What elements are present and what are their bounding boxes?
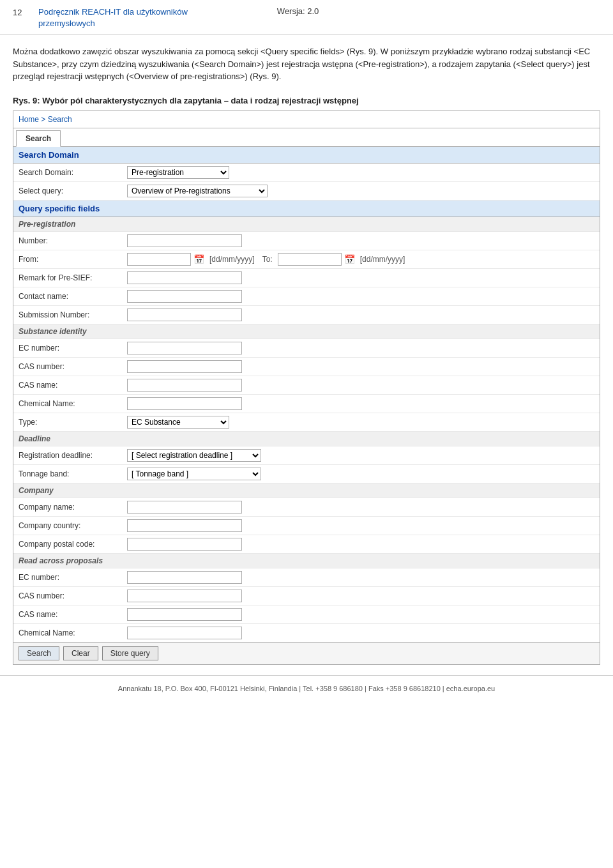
rap-cas-name-input[interactable] bbox=[127, 608, 242, 621]
cas-number-input[interactable] bbox=[127, 360, 242, 373]
page-number: 12 bbox=[13, 6, 26, 17]
substance-identity-label: Substance identity bbox=[13, 324, 600, 339]
rap-chemical-name-row: Chemical Name: bbox=[13, 624, 600, 642]
company-country-input[interactable] bbox=[127, 519, 242, 532]
calendar-from-icon[interactable]: 📅 bbox=[193, 254, 204, 264]
type-control: EC Substance bbox=[127, 416, 594, 429]
search-domain-control: Pre-registration bbox=[127, 166, 594, 179]
search-domain-select[interactable]: Pre-registration bbox=[127, 166, 229, 179]
calendar-to-icon[interactable]: 📅 bbox=[344, 254, 355, 264]
ec-number-row: EC number: bbox=[13, 339, 600, 358]
rap-chemical-name-input[interactable] bbox=[127, 627, 242, 639]
from-row: From: 📅 [dd/mm/yyyy] To: 📅 [dd/mm/yyyy] bbox=[13, 250, 600, 269]
pre-registration-subsection-label: Pre-registration bbox=[13, 217, 600, 232]
select-query-select[interactable]: Overview of Pre-registrations bbox=[127, 185, 268, 197]
select-query-label: Select query: bbox=[19, 187, 127, 195]
figure-caption: Rys. 9: Wybór pól charakterystycznych dl… bbox=[13, 96, 600, 105]
cas-name-input[interactable] bbox=[127, 379, 242, 392]
rap-ec-number-input[interactable] bbox=[127, 571, 242, 584]
company-name-control bbox=[127, 501, 594, 514]
cas-name-label: CAS name: bbox=[19, 381, 127, 390]
from-label: From: bbox=[19, 255, 127, 264]
cas-name-row: CAS name: bbox=[13, 376, 600, 395]
rap-cas-number-row: CAS number: bbox=[13, 587, 600, 605]
buttons-row: Search Clear Store query bbox=[13, 642, 600, 664]
company-name-label: Company name: bbox=[19, 503, 127, 512]
chemical-name-row: Chemical Name: bbox=[13, 395, 600, 413]
tonnage-band-row: Tonnage band: [ Tonnage band ] bbox=[13, 465, 600, 483]
type-row: Type: EC Substance bbox=[13, 413, 600, 432]
tonnage-band-select[interactable]: [ Tonnage band ] bbox=[127, 468, 261, 480]
ec-number-label: EC number: bbox=[19, 344, 127, 353]
type-select[interactable]: EC Substance bbox=[127, 416, 229, 429]
registration-deadline-label: Registration deadline: bbox=[19, 451, 127, 460]
date-from-input[interactable] bbox=[127, 253, 191, 266]
type-label: Type: bbox=[19, 418, 127, 427]
registration-deadline-select[interactable]: [ Select registration deadline ] bbox=[127, 449, 261, 462]
date-from-group: 📅 [dd/mm/yyyy] To: 📅 [dd/mm/yyyy] bbox=[127, 253, 407, 266]
page-footer: Annankatu 18, P.O. Box 400, FI-00121 Hel… bbox=[0, 675, 613, 699]
cas-name-control bbox=[127, 379, 594, 392]
select-query-control: Overview of Pre-registrations bbox=[127, 185, 594, 197]
rap-ec-number-label: EC number: bbox=[19, 573, 127, 582]
company-country-control bbox=[127, 519, 594, 532]
select-query-row: Select query: Overview of Pre-registrati… bbox=[13, 182, 600, 201]
rap-cas-number-label: CAS number: bbox=[19, 591, 127, 600]
breadcrumb-link[interactable]: Home > Search bbox=[19, 115, 72, 124]
rap-cas-number-control bbox=[127, 590, 594, 602]
tonnage-band-control: [ Tonnage band ] bbox=[127, 468, 594, 480]
cas-number-label: CAS number: bbox=[19, 362, 127, 371]
remark-label: Remark for Pre-SIEF: bbox=[19, 273, 127, 282]
tabs: Search bbox=[13, 128, 600, 147]
clear-button[interactable]: Clear bbox=[63, 646, 98, 660]
company-postal-code-control bbox=[127, 538, 594, 551]
query-specific-header: Query specific fields bbox=[13, 201, 600, 217]
rap-cas-name-control bbox=[127, 608, 594, 621]
contact-name-label: Contact name: bbox=[19, 292, 127, 301]
header-version: Wersja: 2.0 bbox=[277, 6, 319, 16]
chemical-name-control bbox=[127, 397, 594, 410]
contact-name-row: Contact name: bbox=[13, 287, 600, 306]
page-header: 12 Podręcznik REACH-IT dla użytkowników … bbox=[0, 0, 613, 35]
cas-number-row: CAS number: bbox=[13, 358, 600, 376]
body-text: Można dodatkowo zawęzić obszar wyszukiwa… bbox=[0, 35, 613, 89]
contact-name-input[interactable] bbox=[127, 290, 242, 303]
number-label: Number: bbox=[19, 236, 127, 245]
number-control bbox=[127, 234, 594, 247]
rap-cas-name-label: CAS name: bbox=[19, 610, 127, 619]
to-label: To: bbox=[262, 255, 273, 264]
contact-name-control bbox=[127, 290, 594, 303]
rap-cas-number-input[interactable] bbox=[127, 590, 242, 602]
rap-chemical-name-control bbox=[127, 627, 594, 639]
submission-number-control bbox=[127, 308, 594, 321]
submission-number-input[interactable] bbox=[127, 308, 242, 321]
chemical-name-input[interactable] bbox=[127, 397, 242, 410]
company-postal-code-label: Company postal code: bbox=[19, 540, 127, 549]
submission-number-label: Submission Number: bbox=[19, 310, 127, 319]
form-body: Search Domain Search Domain: Pre-registr… bbox=[13, 147, 600, 642]
registration-deadline-row: Registration deadline: [ Select registra… bbox=[13, 446, 600, 465]
search-button[interactable]: Search bbox=[19, 646, 59, 660]
header-title-link[interactable]: Podręcznik REACH-IT dla użytkowników prz… bbox=[38, 6, 188, 29]
paragraph1: Można dodatkowo zawęzić obszar wyszukiwa… bbox=[13, 45, 600, 83]
company-postal-code-input[interactable] bbox=[127, 538, 242, 551]
tab-search[interactable]: Search bbox=[16, 130, 61, 147]
rap-chemical-name-label: Chemical Name: bbox=[19, 628, 127, 637]
number-input[interactable] bbox=[127, 234, 242, 247]
date-to-placeholder: [dd/mm/yyyy] bbox=[360, 255, 405, 264]
company-name-input[interactable] bbox=[127, 501, 242, 514]
search-form-container: Home > Search Search Search Domain Searc… bbox=[13, 110, 600, 665]
registration-deadline-control: [ Select registration deadline ] bbox=[127, 449, 594, 462]
company-subsection-label: Company bbox=[13, 483, 600, 498]
company-postal-code-row: Company postal code: bbox=[13, 535, 600, 554]
remark-input[interactable] bbox=[127, 271, 242, 284]
company-country-label: Company country: bbox=[19, 521, 127, 530]
store-query-button[interactable]: Store query bbox=[102, 646, 158, 660]
from-control: 📅 [dd/mm/yyyy] To: 📅 [dd/mm/yyyy] bbox=[127, 253, 594, 266]
header-title-col: Podręcznik REACH-IT dla użytkowników prz… bbox=[38, 6, 188, 29]
company-country-row: Company country: bbox=[13, 517, 600, 535]
ec-number-control bbox=[127, 342, 594, 354]
search-domain-row: Search Domain: Pre-registration bbox=[13, 164, 600, 182]
date-to-input[interactable] bbox=[278, 253, 342, 266]
ec-number-input[interactable] bbox=[127, 342, 242, 354]
